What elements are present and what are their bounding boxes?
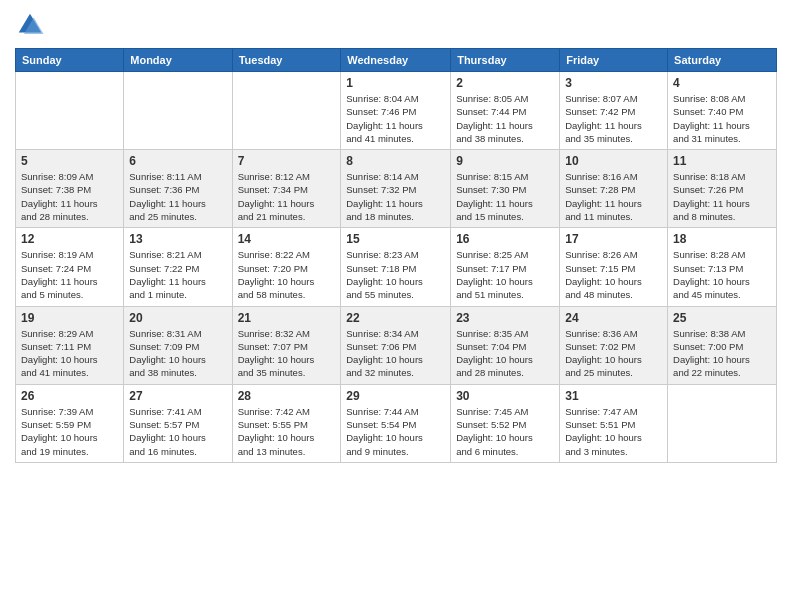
calendar-week-row: 5Sunrise: 8:09 AMSunset: 7:38 PMDaylight…: [16, 150, 777, 228]
day-number: 10: [565, 154, 662, 168]
calendar-cell: 11Sunrise: 8:18 AMSunset: 7:26 PMDayligh…: [668, 150, 777, 228]
day-number: 16: [456, 232, 554, 246]
calendar-cell: 7Sunrise: 8:12 AMSunset: 7:34 PMDaylight…: [232, 150, 341, 228]
calendar-cell: 4Sunrise: 8:08 AMSunset: 7:40 PMDaylight…: [668, 72, 777, 150]
day-info: Sunrise: 8:23 AMSunset: 7:18 PMDaylight:…: [346, 248, 445, 301]
day-number: 13: [129, 232, 226, 246]
day-info: Sunrise: 8:34 AMSunset: 7:06 PMDaylight:…: [346, 327, 445, 380]
day-info: Sunrise: 7:41 AMSunset: 5:57 PMDaylight:…: [129, 405, 226, 458]
calendar-cell: 30Sunrise: 7:45 AMSunset: 5:52 PMDayligh…: [451, 384, 560, 462]
calendar-cell: 18Sunrise: 8:28 AMSunset: 7:13 PMDayligh…: [668, 228, 777, 306]
day-info: Sunrise: 8:32 AMSunset: 7:07 PMDaylight:…: [238, 327, 336, 380]
calendar-cell: 9Sunrise: 8:15 AMSunset: 7:30 PMDaylight…: [451, 150, 560, 228]
day-number: 17: [565, 232, 662, 246]
day-number: 15: [346, 232, 445, 246]
day-number: 11: [673, 154, 771, 168]
day-info: Sunrise: 7:45 AMSunset: 5:52 PMDaylight:…: [456, 405, 554, 458]
day-info: Sunrise: 8:09 AMSunset: 7:38 PMDaylight:…: [21, 170, 118, 223]
day-number: 26: [21, 389, 118, 403]
page: SundayMondayTuesdayWednesdayThursdayFrid…: [0, 0, 792, 612]
day-info: Sunrise: 7:47 AMSunset: 5:51 PMDaylight:…: [565, 405, 662, 458]
day-number: 12: [21, 232, 118, 246]
calendar-cell: 16Sunrise: 8:25 AMSunset: 7:17 PMDayligh…: [451, 228, 560, 306]
day-number: 31: [565, 389, 662, 403]
calendar-cell: 26Sunrise: 7:39 AMSunset: 5:59 PMDayligh…: [16, 384, 124, 462]
calendar-cell: 24Sunrise: 8:36 AMSunset: 7:02 PMDayligh…: [560, 306, 668, 384]
weekday-header: Saturday: [668, 49, 777, 72]
weekday-header: Sunday: [16, 49, 124, 72]
day-number: 24: [565, 311, 662, 325]
calendar-cell: 15Sunrise: 8:23 AMSunset: 7:18 PMDayligh…: [341, 228, 451, 306]
day-number: 23: [456, 311, 554, 325]
day-number: 18: [673, 232, 771, 246]
calendar-cell: 13Sunrise: 8:21 AMSunset: 7:22 PMDayligh…: [124, 228, 232, 306]
weekday-header: Wednesday: [341, 49, 451, 72]
day-number: 6: [129, 154, 226, 168]
day-number: 19: [21, 311, 118, 325]
day-number: 27: [129, 389, 226, 403]
calendar-cell: 22Sunrise: 8:34 AMSunset: 7:06 PMDayligh…: [341, 306, 451, 384]
weekday-header: Friday: [560, 49, 668, 72]
calendar-cell: 2Sunrise: 8:05 AMSunset: 7:44 PMDaylight…: [451, 72, 560, 150]
day-info: Sunrise: 8:04 AMSunset: 7:46 PMDaylight:…: [346, 92, 445, 145]
day-number: 2: [456, 76, 554, 90]
calendar-cell: [124, 72, 232, 150]
calendar-cell: 28Sunrise: 7:42 AMSunset: 5:55 PMDayligh…: [232, 384, 341, 462]
day-info: Sunrise: 7:44 AMSunset: 5:54 PMDaylight:…: [346, 405, 445, 458]
day-number: 20: [129, 311, 226, 325]
calendar-cell: 10Sunrise: 8:16 AMSunset: 7:28 PMDayligh…: [560, 150, 668, 228]
day-info: Sunrise: 8:28 AMSunset: 7:13 PMDaylight:…: [673, 248, 771, 301]
day-number: 25: [673, 311, 771, 325]
calendar-cell: [668, 384, 777, 462]
day-number: 9: [456, 154, 554, 168]
weekday-header: Monday: [124, 49, 232, 72]
calendar-cell: 12Sunrise: 8:19 AMSunset: 7:24 PMDayligh…: [16, 228, 124, 306]
day-number: 3: [565, 76, 662, 90]
calendar-cell: 20Sunrise: 8:31 AMSunset: 7:09 PMDayligh…: [124, 306, 232, 384]
calendar-week-row: 19Sunrise: 8:29 AMSunset: 7:11 PMDayligh…: [16, 306, 777, 384]
day-info: Sunrise: 8:05 AMSunset: 7:44 PMDaylight:…: [456, 92, 554, 145]
day-number: 8: [346, 154, 445, 168]
day-number: 5: [21, 154, 118, 168]
calendar-cell: 5Sunrise: 8:09 AMSunset: 7:38 PMDaylight…: [16, 150, 124, 228]
calendar-cell: 1Sunrise: 8:04 AMSunset: 7:46 PMDaylight…: [341, 72, 451, 150]
day-number: 1: [346, 76, 445, 90]
day-number: 29: [346, 389, 445, 403]
day-info: Sunrise: 8:22 AMSunset: 7:20 PMDaylight:…: [238, 248, 336, 301]
day-info: Sunrise: 8:18 AMSunset: 7:26 PMDaylight:…: [673, 170, 771, 223]
calendar-cell: [16, 72, 124, 150]
logo: [15, 10, 49, 40]
day-number: 30: [456, 389, 554, 403]
day-info: Sunrise: 8:25 AMSunset: 7:17 PMDaylight:…: [456, 248, 554, 301]
calendar-cell: 19Sunrise: 8:29 AMSunset: 7:11 PMDayligh…: [16, 306, 124, 384]
calendar-cell: 27Sunrise: 7:41 AMSunset: 5:57 PMDayligh…: [124, 384, 232, 462]
calendar-cell: 23Sunrise: 8:35 AMSunset: 7:04 PMDayligh…: [451, 306, 560, 384]
calendar-cell: 17Sunrise: 8:26 AMSunset: 7:15 PMDayligh…: [560, 228, 668, 306]
calendar-week-row: 1Sunrise: 8:04 AMSunset: 7:46 PMDaylight…: [16, 72, 777, 150]
day-info: Sunrise: 8:31 AMSunset: 7:09 PMDaylight:…: [129, 327, 226, 380]
day-info: Sunrise: 8:26 AMSunset: 7:15 PMDaylight:…: [565, 248, 662, 301]
calendar-week-row: 26Sunrise: 7:39 AMSunset: 5:59 PMDayligh…: [16, 384, 777, 462]
day-number: 21: [238, 311, 336, 325]
calendar-cell: 31Sunrise: 7:47 AMSunset: 5:51 PMDayligh…: [560, 384, 668, 462]
day-info: Sunrise: 8:21 AMSunset: 7:22 PMDaylight:…: [129, 248, 226, 301]
calendar-cell: 6Sunrise: 8:11 AMSunset: 7:36 PMDaylight…: [124, 150, 232, 228]
day-info: Sunrise: 8:36 AMSunset: 7:02 PMDaylight:…: [565, 327, 662, 380]
calendar-cell: 14Sunrise: 8:22 AMSunset: 7:20 PMDayligh…: [232, 228, 341, 306]
weekday-header: Tuesday: [232, 49, 341, 72]
day-info: Sunrise: 8:19 AMSunset: 7:24 PMDaylight:…: [21, 248, 118, 301]
day-info: Sunrise: 8:15 AMSunset: 7:30 PMDaylight:…: [456, 170, 554, 223]
day-info: Sunrise: 8:29 AMSunset: 7:11 PMDaylight:…: [21, 327, 118, 380]
calendar-cell: 8Sunrise: 8:14 AMSunset: 7:32 PMDaylight…: [341, 150, 451, 228]
day-info: Sunrise: 8:14 AMSunset: 7:32 PMDaylight:…: [346, 170, 445, 223]
day-number: 28: [238, 389, 336, 403]
day-info: Sunrise: 7:42 AMSunset: 5:55 PMDaylight:…: [238, 405, 336, 458]
day-number: 22: [346, 311, 445, 325]
day-info: Sunrise: 8:35 AMSunset: 7:04 PMDaylight:…: [456, 327, 554, 380]
day-info: Sunrise: 8:07 AMSunset: 7:42 PMDaylight:…: [565, 92, 662, 145]
calendar-cell: 21Sunrise: 8:32 AMSunset: 7:07 PMDayligh…: [232, 306, 341, 384]
day-info: Sunrise: 8:12 AMSunset: 7:34 PMDaylight:…: [238, 170, 336, 223]
day-info: Sunrise: 7:39 AMSunset: 5:59 PMDaylight:…: [21, 405, 118, 458]
calendar-cell: 3Sunrise: 8:07 AMSunset: 7:42 PMDaylight…: [560, 72, 668, 150]
calendar-cell: 25Sunrise: 8:38 AMSunset: 7:00 PMDayligh…: [668, 306, 777, 384]
